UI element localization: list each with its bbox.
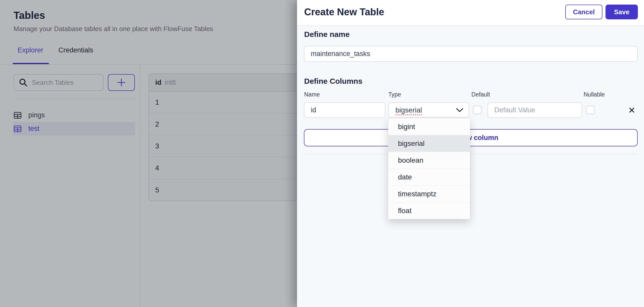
dropdown-option-float[interactable]: float [388,202,470,219]
label-name: Name [304,91,320,98]
create-table-drawer: Create New Table Cancel Save Define name… [297,0,644,307]
save-button[interactable]: Save [606,5,638,19]
nullable-checkbox[interactable] [586,106,595,114]
default-checkbox[interactable] [473,106,482,114]
add-column-button[interactable]: Add new column [304,129,638,146]
table-name-input[interactable] [304,46,638,62]
cancel-button[interactable]: Cancel [565,5,602,19]
app-window: Tables Manage your Database tables all i… [0,0,644,307]
default-value-input[interactable] [487,102,582,118]
drawer-title: Create New Table [304,7,384,18]
selected-type: bigserial [395,106,422,114]
dropdown-option-timestamptz[interactable]: timestamptz [388,186,470,202]
define-columns-heading: Define Columns [304,77,362,86]
label-nullable: Nullable [584,91,605,98]
type-dropdown-menu: bigint bigserial boolean date timestampt… [388,118,470,219]
chevron-down-icon [456,108,463,113]
define-name-heading: Define name [304,30,350,39]
column-name-input[interactable] [304,102,385,118]
dropdown-option-boolean[interactable]: boolean [388,152,470,169]
dropdown-option-bigserial[interactable]: bigserial [388,135,470,152]
column-type-select[interactable]: bigserial [388,102,469,118]
dropdown-option-bigint[interactable]: bigint [388,118,470,135]
label-type: Type [388,91,401,98]
section-divider [304,154,638,154]
remove-column-icon[interactable]: ✕ [627,106,636,115]
label-default: Default [471,91,490,98]
dropdown-option-date[interactable]: date [388,169,470,186]
